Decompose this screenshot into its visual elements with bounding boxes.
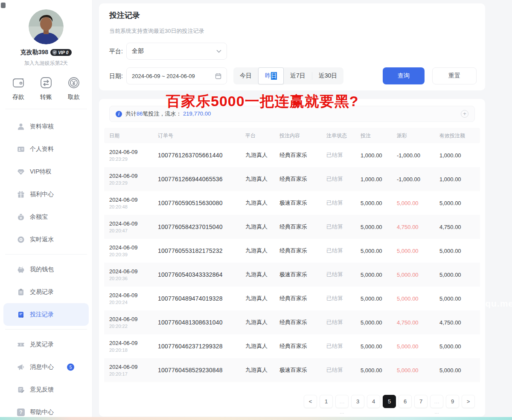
search-button[interactable]: 查询 bbox=[383, 67, 425, 84]
quick-date-yesterday[interactable]: 昨日 bbox=[258, 67, 284, 84]
page-button-5-active[interactable]: 5 bbox=[383, 395, 396, 408]
filter-card: 投注记录 当前系统支持查询最近30日的投注记录 平台: 全部 日期: 2024-… bbox=[99, 3, 485, 90]
audit-icon bbox=[17, 123, 25, 130]
cell-order: 1007761263705661440 bbox=[158, 152, 245, 159]
bet-doc-icon bbox=[17, 311, 25, 319]
cell-content: 经典百家乐 bbox=[279, 342, 326, 350]
sidebar-item-label: 福利中心 bbox=[30, 191, 54, 198]
cell-status: 已结算 bbox=[326, 223, 361, 231]
quick-date-today[interactable]: 今日 bbox=[233, 67, 258, 84]
platform-select[interactable]: 全部 bbox=[126, 43, 227, 60]
quick-date-yesterday-text: 昨 bbox=[265, 72, 271, 80]
col-order: 订单号 bbox=[158, 132, 245, 139]
watermark: equ.me bbox=[480, 298, 512, 309]
feedback-icon bbox=[17, 386, 25, 394]
cell-content: 经典百家乐 bbox=[279, 295, 326, 302]
sidebar-item-welfare[interactable]: 福利中心 bbox=[3, 183, 89, 206]
cell-status: 已结算 bbox=[326, 199, 361, 207]
cell-content: 极速百家乐 bbox=[279, 271, 326, 278]
cell-valid: 4,750.00 bbox=[439, 224, 479, 230]
cell-bet: 5,000.00 bbox=[361, 319, 397, 326]
vip-badge: VIP 0 bbox=[50, 49, 72, 56]
question-icon: ? bbox=[17, 408, 25, 416]
cell-date: 2024-06-09 bbox=[109, 268, 158, 275]
cell-order: 1007760584237015040 bbox=[158, 223, 245, 230]
records-card: i 共计86笔投注，流水： 219,770.00 + 日期 订单号 平台 投注内… bbox=[99, 99, 485, 417]
cell-valid: 5,000.00 bbox=[439, 367, 479, 374]
sidebar-item-label: VIP特权 bbox=[30, 168, 52, 176]
expand-plus-icon[interactable]: + bbox=[461, 110, 468, 118]
info-icon: i bbox=[116, 111, 122, 117]
page-button-6[interactable]: 6 bbox=[399, 395, 412, 408]
page-button-1[interactable]: 1 bbox=[320, 395, 333, 408]
sidebar-item-transactions[interactable]: 交易记录 bbox=[3, 281, 89, 303]
quick-date-7d[interactable]: 近7日 bbox=[284, 67, 312, 84]
date-range-value: 2024-06-09 ~ 2024-06-09 bbox=[132, 73, 195, 79]
deposit-icon bbox=[11, 75, 26, 90]
calendar-icon bbox=[215, 73, 221, 79]
cell-time: 20:23:29 bbox=[109, 156, 158, 162]
cell-payout: 5,000.00 bbox=[397, 272, 439, 278]
sidebar-item-audit[interactable]: 资料审核 bbox=[3, 115, 89, 138]
cell-payout: 5,000.00 bbox=[397, 248, 439, 254]
col-valid: 有效投注额 bbox=[439, 132, 479, 139]
cell-order: 1007760481308631040 bbox=[158, 319, 245, 326]
cell-time: 20:20:36 bbox=[109, 276, 158, 281]
table-row: 2024-06-0920:23:29 1007761263705661440 九… bbox=[104, 143, 480, 167]
cell-date: 2024-06-09 bbox=[109, 364, 158, 370]
col-status: 注单状态 bbox=[326, 132, 361, 139]
vip-gem-icon bbox=[17, 168, 25, 176]
withdraw-button[interactable]: 取款 bbox=[67, 75, 81, 101]
page-ellipsis-prev[interactable]: … bbox=[335, 395, 349, 408]
page-title: 投注记录 bbox=[109, 10, 140, 20]
cell-bet: 5,000.00 bbox=[361, 343, 397, 350]
page-button-9[interactable]: 9 bbox=[446, 395, 459, 408]
sidebar-item-redeem[interactable]: 兑奖记录 bbox=[3, 333, 89, 356]
sidebar-item-vip[interactable]: VIP特权 bbox=[3, 160, 89, 183]
cell-status: 已结算 bbox=[326, 295, 361, 302]
page-ellipsis-next[interactable]: … bbox=[430, 395, 443, 408]
sidebar-item-bet-records[interactable]: 投注记录 bbox=[3, 303, 89, 326]
cell-order: 1007760458529230848 bbox=[158, 367, 245, 374]
date-range-input[interactable]: 2024-06-09 ~ 2024-06-09 bbox=[126, 67, 227, 84]
cell-order: 1007761266944065536 bbox=[158, 176, 245, 182]
vip-badge-label: VIP 0 bbox=[58, 50, 68, 55]
page-prev-button[interactable]: < bbox=[304, 395, 317, 408]
quick-date-yesterday-highlight: 日 bbox=[271, 72, 277, 80]
chevron-down-icon bbox=[216, 49, 221, 53]
corner-mark bbox=[1, 3, 6, 8]
sidebar-item-profile[interactable]: 个人资料 bbox=[3, 138, 89, 160]
col-bet: 投注 bbox=[361, 132, 397, 139]
bottom-edge-strip bbox=[0, 417, 512, 420]
avatar[interactable] bbox=[29, 9, 64, 44]
clipboard-icon bbox=[17, 288, 25, 296]
sidebar-item-messages[interactable]: 消息中心 5 bbox=[3, 356, 89, 378]
table-row: 2024-06-0920:20:18 1007760462371299328 九… bbox=[104, 334, 480, 358]
sidebar-item-wallet[interactable]: 我的钱包 bbox=[3, 258, 89, 281]
cell-time: 20:20:22 bbox=[109, 324, 158, 329]
page-button-4[interactable]: 4 bbox=[367, 395, 380, 408]
cell-bet: 5,000.00 bbox=[361, 224, 397, 230]
quick-date-30d[interactable]: 近30日 bbox=[312, 67, 344, 84]
cell-platform: 九游真人 bbox=[245, 271, 279, 278]
sidebar-item-label: 余额宝 bbox=[30, 213, 48, 221]
transfer-button[interactable]: 转账 bbox=[39, 75, 53, 101]
sidebar-item-yuebao[interactable]: 余额宝 bbox=[3, 206, 89, 228]
col-payout: 派彩 bbox=[397, 132, 439, 139]
pagination: < 1 … 3 4 5 6 7 … 9 > bbox=[304, 395, 475, 408]
page-next-button[interactable]: > bbox=[462, 395, 475, 408]
cell-status: 已结算 bbox=[326, 175, 361, 183]
cell-content: 经典百家乐 bbox=[279, 223, 326, 231]
reset-button[interactable]: 重置 bbox=[432, 67, 477, 84]
cell-payout: 4,750.00 bbox=[397, 224, 439, 230]
page-subtitle: 当前系统支持查询最近30日的投注记录 bbox=[109, 27, 204, 35]
cell-bet: 5,000.00 bbox=[361, 367, 397, 374]
sidebar-item-feedback[interactable]: 意见反馈 bbox=[3, 378, 89, 401]
cell-payout: 4,750.00 bbox=[397, 319, 439, 326]
main-content: 投注记录 当前系统支持查询最近30日的投注记录 平台: 全部 日期: 2024-… bbox=[93, 0, 512, 420]
menu-divider bbox=[5, 254, 87, 255]
page-button-7[interactable]: 7 bbox=[414, 395, 428, 408]
sidebar-item-rebate[interactable]: 实时返水 bbox=[3, 228, 89, 251]
page-button-3[interactable]: 3 bbox=[351, 395, 364, 408]
deposit-button[interactable]: 存款 bbox=[11, 75, 26, 101]
